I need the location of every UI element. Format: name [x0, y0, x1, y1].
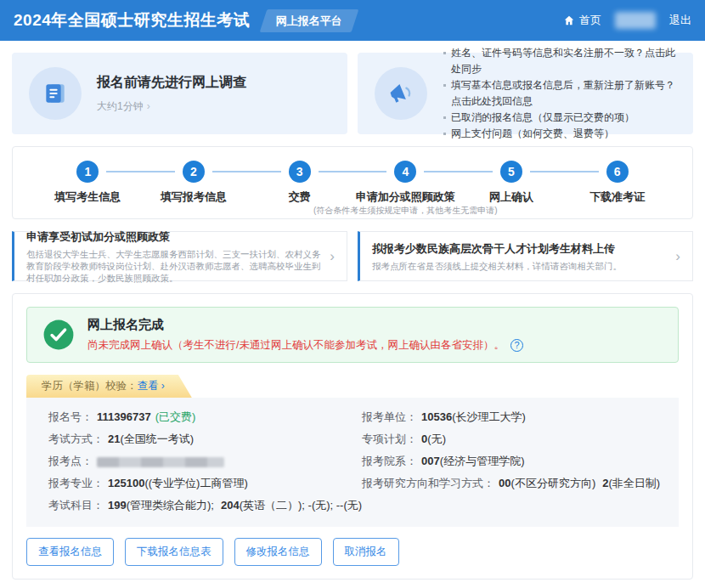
details-panel: 报名号：111396737(已交费) 考试方式：21(全国统一考试) 报考点： … [26, 398, 679, 527]
cancel-registration-button[interactable]: 取消报名 [333, 538, 399, 566]
redacted-username[interactable] [615, 12, 656, 29]
status-banner: 网上报名完成 尚未完成网上确认（考生不进行/未通过网上确认不能参加考试，网上确认… [26, 307, 679, 363]
verify-tab: 学历（学籍）校验：查看 [26, 375, 192, 398]
notice-item-cancelled[interactable]: 已取消的报名信息（仅显示已交费的项） [443, 110, 676, 126]
status-text: 网上报名完成 尚未完成网上确认（考生不进行/未通过网上确认不能参加考试，网上确认… [87, 317, 523, 353]
verify-label: 学历（学籍）校验： [42, 380, 138, 392]
policy-card-bonus[interactable]: 申请享受初试加分或照顾政策 包括退役大学生士兵、大学生志愿服务西部计划、三支一扶… [12, 231, 347, 281]
logout-link[interactable]: 退出 [669, 13, 691, 28]
step-1-label: 填写考生信息 [35, 189, 141, 205]
page-title: 2024年全国硕士研究生招生考试 [14, 9, 250, 31]
home-label: 首页 [579, 13, 601, 28]
status-warning-text: 尚未完成网上确认（考生不进行/未通过网上确认不能参加考试，网上确认由各省安排）。 [87, 338, 505, 353]
notice-item-payment[interactable]: 网上支付问题（如何交费、退费等） [443, 126, 676, 142]
policy-card-minority-desc: 报考点所在省是否须线上提交相关材料，详情请咨询相关部门。 [372, 260, 667, 272]
app-header: 2024年全国硕士研究生招生考试 网上报名平台 首页 退出 [0, 0, 705, 41]
field-special-program: 专项计划：0(无) [362, 428, 660, 450]
main-content: 报名前请先进行网上调查 大约1分钟 姓名、证件号码等信息和实名注册不一致？点击此… [0, 41, 705, 588]
field-exam-method: 考试方式：21(全国统一考试) [48, 428, 362, 450]
field-research-direction: 报考研究方向和学习方式：00(不区分研究方向)2(非全日制) [362, 472, 660, 495]
policy-card-minority-text: 拟报考少数民族高层次骨干人才计划考生材料上传 报考点所在省是否须线上提交相关材料… [372, 241, 667, 272]
steps-progress: 1 填写考生信息 2 填写报考信息 3 交费 4 申请加分或照顾政策 (符合条件… [12, 146, 693, 219]
survey-title[interactable]: 报名前请先进行网上调查 [97, 74, 246, 92]
chevron-right-icon [675, 248, 680, 265]
step-4-number: 4 [394, 161, 416, 183]
step-3-number: 3 [289, 161, 311, 183]
help-question-icon[interactable] [510, 339, 523, 352]
survey-document-icon [42, 80, 69, 107]
download-registration-form-button[interactable]: 下载报名信息表 [125, 538, 223, 566]
step-2-number: 2 [183, 161, 205, 183]
verify-view-link[interactable]: 查看 [138, 380, 165, 392]
notice-item-sync[interactable]: 姓名、证件号码等信息和实名注册不一致？点击此处同步 [443, 45, 676, 77]
field-registration-number: 报名号：111396737(已交费) [48, 406, 362, 428]
policy-card-minority-upload[interactable]: 拟报考少数民族高层次骨干人才计划考生材料上传 报考点所在省是否须线上提交相关材料… [358, 231, 693, 281]
platform-badge: 网上报名平台 [260, 9, 359, 32]
notice-icon-wrap [375, 67, 427, 120]
platform-badge-label: 网上报名平台 [276, 14, 342, 29]
policy-card-bonus-title: 申请享受初试加分或照顾政策 [26, 229, 321, 245]
step-3-label: 交费 [246, 189, 352, 205]
home-link[interactable]: 首页 [563, 13, 601, 28]
step-2-label: 填写报考信息 [141, 189, 247, 205]
step-4: 4 申请加分或照顾政策 (符合条件考生须按规定申请，其他考生无需申请) [352, 161, 459, 212]
survey-panel[interactable]: 报名前请先进行网上调查 大约1分钟 [12, 53, 347, 134]
details-right-column: 报考单位：10536(长沙理工大学) 专项计划：0(无) 报考院系：007(经济… [362, 406, 660, 517]
header-nav: 首页 退出 [563, 12, 691, 29]
notice-list: 姓名、证件号码等信息和实名注册不一致？点击此处同步 填写基本信息或报名信息后，重… [443, 45, 676, 142]
status-title: 网上报名完成 [87, 317, 523, 333]
step-3: 3 交费 [246, 161, 352, 212]
step-5-label: 网上确认 [459, 189, 565, 205]
field-target-university: 报考单位：10536(长沙理工大学) [362, 406, 660, 428]
step-5-number: 5 [500, 161, 522, 183]
field-department: 报考院系：007(经济与管理学院) [362, 450, 660, 472]
step-1: 1 填写考生信息 [35, 161, 141, 212]
survey-text: 报名前请先进行网上调查 大约1分钟 [97, 74, 246, 114]
policy-card-bonus-desc: 包括退役大学生士兵、大学生志愿服务西部计划、三支一扶计划、农村义务教育阶段学校教… [26, 248, 321, 284]
policy-card-minority-title: 拟报考少数民族高层次骨干人才计划考生材料上传 [372, 241, 667, 257]
field-exam-subjects: 考试科目：199(管理类综合能力);204(英语（二）); -(无); --(无… [48, 495, 362, 517]
step-6: 6 下载准考证 [564, 161, 670, 212]
step-5: 5 网上确认 [459, 161, 565, 212]
step-1-number: 1 [76, 161, 99, 183]
home-icon [563, 14, 575, 26]
survey-duration-link[interactable]: 大约1分钟 [97, 99, 246, 114]
survey-icon-wrap [29, 67, 82, 120]
step-6-label: 下载准考证 [564, 189, 670, 205]
notice-panel: 姓名、证件号码等信息和实名注册不一致？点击此处同步 填写基本信息或报名信息后，重… [358, 53, 693, 134]
details-left-column: 报名号：111396737(已交费) 考试方式：21(全国统一考试) 报考点： … [48, 406, 362, 517]
edit-registration-button[interactable]: 修改报名信息 [234, 538, 322, 566]
redacted-exam-site-value [97, 457, 224, 467]
notice-item-recover[interactable]: 填写基本信息或报名信息后，重新注册了新账号？点击此处找回信息 [443, 77, 676, 110]
step-4-label: 申请加分或照顾政策 [352, 189, 459, 205]
registration-card: 网上报名完成 尚未完成网上确认（考生不进行/未通过网上确认不能参加考试，网上确认… [12, 293, 693, 580]
status-warning: 尚未完成网上确认（考生不进行/未通过网上确认不能参加考试，网上确认由各省安排）。 [87, 338, 523, 353]
policy-card-bonus-text: 申请享受初试加分或照顾政策 包括退役大学生士兵、大学生志愿服务西部计划、三支一扶… [26, 229, 321, 284]
megaphone-icon [386, 79, 415, 108]
success-check-icon [42, 319, 75, 351]
step-6-number: 6 [606, 161, 629, 183]
action-buttons: 查看报名信息 下载报名信息表 修改报名信息 取消报名 [26, 538, 679, 566]
view-registration-button[interactable]: 查看报名信息 [26, 538, 114, 566]
chevron-right-icon [330, 248, 335, 265]
field-exam-site: 报考点： [48, 450, 362, 472]
step-2: 2 填写报考信息 [141, 161, 247, 212]
field-major: 报考专业：125100((专业学位)工商管理) [48, 472, 362, 495]
